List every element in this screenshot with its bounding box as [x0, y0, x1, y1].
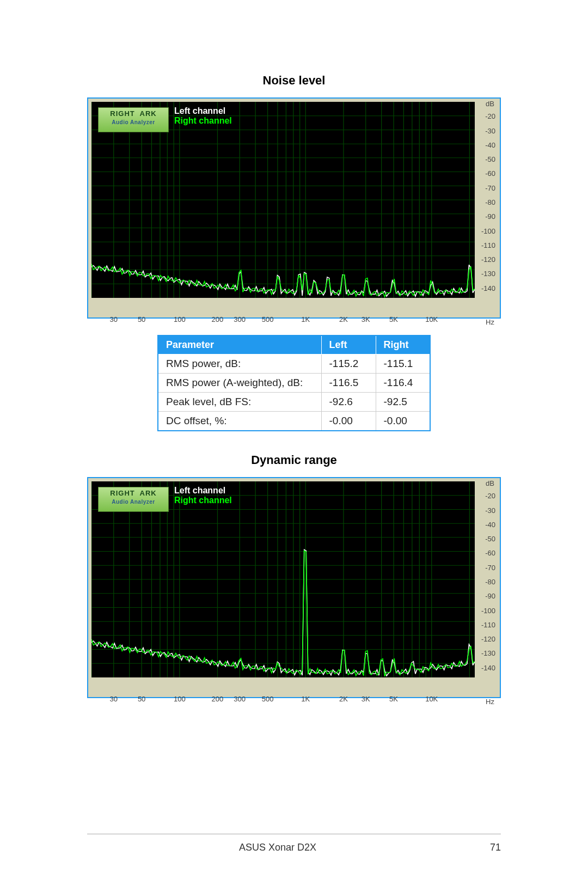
dynamic-range-chart: dB Hz RIGHT ARK Audio Analyzer Left chan… — [87, 477, 501, 698]
y-axis-labels: -20-30-40-50-60-70-80-90-100-110-120-130… — [477, 481, 495, 682]
x-axis-labels: 30501002003005001K2K3K5K10K — [91, 315, 475, 326]
table-header-right: Right — [376, 335, 430, 355]
chart-legend: Left channel Right channel — [174, 106, 232, 126]
section-title-dynamic: Dynamic range — [87, 453, 501, 467]
noise-level-chart: dB Hz RIGHT ARK Audio Analyzer Left chan… — [87, 97, 501, 319]
page-footer: ASUS Xonar D2X 71 — [87, 834, 501, 853]
table-row: Peak level, dB FS:-92.6-92.5 — [158, 393, 430, 412]
x-axis-labels: 30501002003005001K2K3K5K10K — [91, 695, 475, 706]
footer-page-number: 71 — [468, 842, 501, 853]
table-row: DC offset, %:-0.00-0.00 — [158, 412, 430, 431]
section-title-noise: Noise level — [87, 74, 501, 88]
table-row: RMS power, dB:-115.2-115.1 — [158, 355, 430, 374]
table-body: RMS power, dB:-115.2-115.1RMS power (A-w… — [158, 355, 430, 431]
x-axis-unit: Hz — [486, 318, 494, 326]
x-axis-unit: Hz — [486, 698, 494, 706]
footer-product: ASUS Xonar D2X — [87, 842, 468, 853]
chart-legend: Left channel Right channel — [174, 486, 232, 505]
rmaa-logo: RIGHT ARK Audio Analyzer — [98, 107, 169, 132]
table-header-parameter: Parameter — [158, 335, 321, 355]
table-row: RMS power (A-weighted), dB:-116.5-116.4 — [158, 374, 430, 393]
table-header-left: Left — [321, 335, 376, 355]
rmaa-logo: RIGHT ARK Audio Analyzer — [98, 487, 169, 512]
y-axis-labels: -20-30-40-50-60-70-80-90-100-110-120-130… — [477, 102, 495, 302]
noise-parameters-table: Parameter Left Right RMS power, dB:-115.… — [157, 335, 431, 431]
